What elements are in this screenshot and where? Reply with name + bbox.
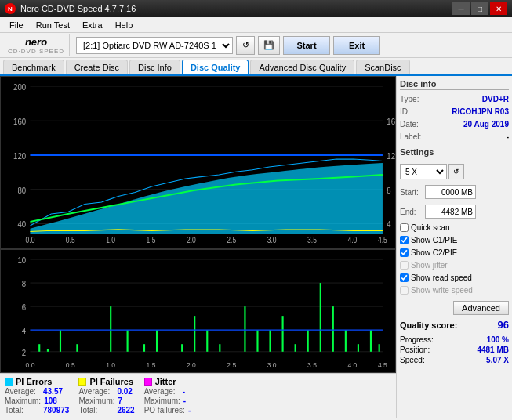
start-button[interactable]: Start (283, 36, 330, 55)
svg-text:40: 40 (17, 220, 26, 230)
menu-run-test[interactable]: Run Test (30, 19, 76, 31)
pif-avg-label: Average: (78, 387, 114, 396)
writespeed-label: Show write speed (411, 286, 473, 295)
disc-date-label: Date: (400, 120, 419, 129)
svg-text:4.0: 4.0 (347, 237, 357, 245)
c2pif-checkbox[interactable] (400, 248, 409, 257)
quality-score-row: Quality score: 96 (400, 319, 509, 331)
svg-rect-55 (143, 344, 145, 352)
disc-info-title: Disc info (400, 79, 509, 90)
progress-section: Progress: 100 % Position: 4481 MB Speed:… (400, 335, 509, 365)
svg-text:6: 6 (22, 302, 27, 312)
menu-extra[interactable]: Extra (76, 19, 109, 31)
svg-rect-53 (110, 306, 111, 352)
c1pie-row: Show C1/PIE (400, 236, 509, 244)
main-content: 200 160 120 80 40 16 12 8 4 0.0 0.5 1.0 … (0, 76, 512, 418)
disc-type-row: Type: DVD+R (400, 94, 509, 104)
c2pif-label: Show C2/PIF (411, 248, 457, 257)
svg-rect-50 (60, 330, 61, 352)
exit-button[interactable]: Exit (333, 36, 380, 55)
disc-date-value: 20 Aug 2019 (463, 120, 509, 129)
readspeed-label: Show read speed (411, 273, 472, 282)
svg-text:80: 80 (17, 186, 26, 195)
svg-rect-74 (379, 344, 380, 352)
svg-text:2: 2 (22, 348, 27, 357)
jitter-max-label: Maximum: (144, 396, 180, 405)
svg-rect-59 (194, 316, 195, 352)
svg-rect-61 (219, 344, 220, 352)
quality-score-label: Quality score: (400, 320, 457, 330)
maximize-button[interactable]: □ (471, 2, 488, 15)
refresh-button[interactable]: ↺ (236, 36, 255, 55)
svg-text:0.5: 0.5 (66, 237, 75, 245)
tab-benchmark[interactable]: Benchmark (3, 60, 64, 74)
menu-file[interactable]: File (3, 19, 30, 31)
speed-label: Speed: (400, 356, 425, 364)
svg-rect-48 (38, 344, 40, 352)
tab-advanced-disc-quality[interactable]: Advanced Disc Quality (250, 60, 354, 74)
svg-text:3.0: 3.0 (267, 237, 277, 245)
quality-score-value: 96 (498, 319, 509, 331)
tab-scan-disc[interactable]: ScanDisc (356, 60, 409, 74)
disc-label-value: - (507, 132, 509, 141)
close-button[interactable]: ✕ (490, 2, 507, 15)
svg-text:160: 160 (13, 118, 26, 127)
drive-select[interactable]: [2:1] Optiarc DVD RW AD-7240S 1.04 (76, 37, 233, 54)
position-row: Position: 4481 MB (400, 345, 509, 355)
svg-text:16: 16 (387, 118, 395, 127)
pi-failures-color (78, 378, 86, 386)
reset-button[interactable]: ↺ (448, 164, 464, 179)
svg-rect-60 (206, 330, 208, 352)
tab-disc-quality[interactable]: Disc Quality (182, 60, 249, 74)
svg-text:1.5: 1.5 (147, 237, 156, 245)
svg-text:3.5: 3.5 (307, 361, 317, 370)
advanced-button[interactable]: Advanced (453, 301, 509, 315)
svg-text:0.0: 0.0 (26, 237, 35, 245)
readspeed-checkbox[interactable] (400, 273, 409, 282)
readspeed-row: Show read speed (400, 273, 509, 282)
svg-rect-58 (181, 344, 183, 352)
po-failures-value: - (188, 406, 191, 415)
c1pie-checkbox[interactable] (400, 236, 409, 244)
tab-disc-info[interactable]: Disc Info (129, 60, 180, 74)
lower-chart: 10 8 6 4 2 0.0 0.5 1.0 1.5 2.0 2.5 3.0 3… (0, 249, 396, 373)
jitter-avg-value: - (183, 387, 185, 396)
minimize-button[interactable]: ─ (452, 2, 470, 15)
disc-id-label: ID: (400, 107, 410, 116)
legend-area: PI Errors Average: 43.57 Maximum: 108 To… (0, 373, 396, 418)
quickscan-label: Quick scan (411, 223, 449, 232)
svg-rect-64 (256, 330, 258, 352)
disc-id-row: ID: RICOHJPN R03 (400, 107, 509, 117)
tab-bar: Benchmark Create Disc Disc Info Disc Qua… (0, 58, 512, 76)
start-label: Start: (400, 188, 423, 197)
svg-rect-72 (358, 344, 359, 352)
nero-logo-sub: CD·DVD SPEED (8, 48, 64, 55)
start-input[interactable] (425, 185, 476, 199)
disc-id-value: RICOHJPN R03 (452, 107, 509, 116)
c2pif-row: Show C2/PIF (400, 248, 509, 257)
jitter-checkbox (400, 261, 409, 270)
pi-errors-legend: PI Errors Average: 43.57 Maximum: 108 To… (5, 377, 69, 415)
position-value: 4481 MB (477, 346, 509, 354)
speed-select[interactable]: 5 X (400, 164, 447, 179)
svg-text:0.5: 0.5 (66, 361, 75, 370)
settings-title: Settings (400, 147, 509, 158)
quickscan-checkbox[interactable] (400, 223, 409, 232)
pi-failures-legend: PI Failures Average: 0.02 Maximum: 7 Tot… (78, 377, 134, 415)
pi-total-label: Total: (5, 406, 40, 415)
end-input[interactable] (425, 205, 476, 219)
speed-value: 5.07 X (486, 356, 509, 364)
svg-text:3.0: 3.0 (267, 361, 277, 370)
svg-text:4: 4 (22, 326, 27, 335)
svg-text:120: 120 (13, 151, 26, 161)
pi-errors-color (5, 378, 13, 386)
svg-text:4.5: 4.5 (378, 237, 387, 245)
menu-help[interactable]: Help (109, 19, 140, 31)
progress-label: Progress: (400, 335, 434, 344)
tab-create-disc[interactable]: Create Disc (66, 60, 128, 74)
app-icon: N (5, 3, 16, 14)
writespeed-row: Show write speed (400, 286, 509, 295)
svg-rect-70 (332, 306, 334, 352)
jitter-color (144, 378, 152, 386)
save-button[interactable]: 💾 (258, 36, 280, 55)
